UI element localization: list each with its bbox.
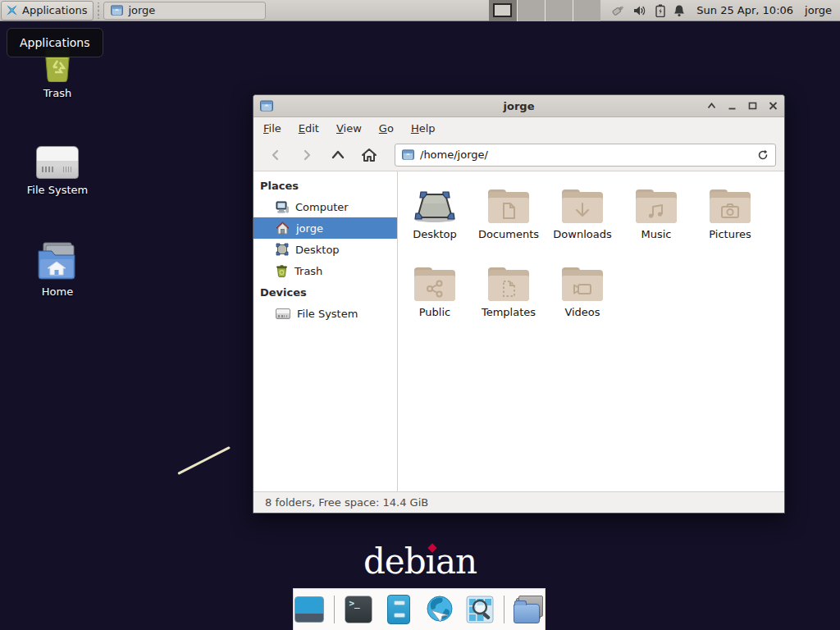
location-bar[interactable]: [395, 144, 776, 167]
folder-label: Public: [419, 306, 450, 318]
sidebar-item-desktop[interactable]: Desktop: [253, 239, 397, 260]
workspace-window-preview: [493, 3, 512, 17]
folder-item-videos[interactable]: Videos: [546, 261, 619, 339]
folder-icon: [709, 189, 751, 224]
terminal-icon: >_: [345, 596, 372, 623]
logo-text: deb: [363, 541, 426, 582]
reload-icon[interactable]: [757, 149, 769, 161]
folder-label: Videos: [564, 306, 600, 318]
folder-icon: [111, 5, 123, 16]
close-button[interactable]: [769, 102, 778, 110]
folder-label: Desktop: [413, 228, 457, 240]
top-panel: Applications jorge Sun 25 Apr, 10:06 jor…: [0, 0, 840, 21]
desktop-icon-label: File System: [27, 184, 88, 196]
sidebar: Places Computer jorge Desktop Trash Devi…: [253, 171, 398, 491]
applications-menu-button[interactable]: Applications: [1, 1, 94, 21]
folder-item-downloads[interactable]: Downloads: [546, 183, 619, 261]
maximize-button[interactable]: [748, 102, 757, 110]
download-arrow-glyph: [573, 201, 592, 221]
username[interactable]: jorge: [805, 4, 832, 16]
folder-item-desktop[interactable]: Desktop: [398, 183, 472, 261]
folder-label: Pictures: [709, 228, 751, 240]
taskbar-window-button[interactable]: jorge: [103, 2, 266, 20]
workspace-3[interactable]: [545, 0, 573, 21]
folders-icon: [514, 596, 545, 623]
dock-item-directory-menu[interactable]: [513, 593, 545, 626]
logo-text: an: [436, 541, 477, 582]
system-tray: [610, 4, 685, 17]
menu-file[interactable]: File: [263, 122, 281, 135]
dock-item-show-desktop[interactable]: [294, 593, 326, 626]
web-browser-icon: [424, 594, 455, 625]
folder-item-pictures[interactable]: Pictures: [693, 183, 767, 261]
logo-i: ı: [426, 541, 436, 582]
volume-icon[interactable]: [633, 5, 647, 16]
home-button[interactable]: [355, 143, 383, 167]
taskbar-window-label: jorge: [128, 4, 155, 16]
dock-separator: [504, 596, 504, 623]
shade-button[interactable]: [707, 102, 716, 110]
desktop-icon-label: Home: [42, 285, 73, 298]
path-input[interactable]: [420, 148, 751, 161]
desktop-icon-label: Trash: [43, 87, 71, 99]
folder-icon: [487, 267, 530, 302]
file-cabinet-icon: [387, 595, 410, 624]
folder-icon: [402, 149, 414, 160]
application-finder-icon: [465, 595, 495, 624]
toolbar: [253, 139, 784, 171]
folder-item-public[interactable]: Public: [398, 261, 472, 339]
share-glyph: [425, 279, 445, 299]
sidebar-item-file-system[interactable]: File System: [253, 303, 397, 324]
folder-item-music[interactable]: Music: [619, 183, 693, 261]
forward-button[interactable]: [293, 143, 321, 167]
desktop-icon-home[interactable]: Home: [15, 235, 100, 298]
window-icon: [260, 100, 273, 112]
folder-icon: [413, 267, 456, 302]
window-title: jorge: [253, 100, 784, 112]
folder-item-documents[interactable]: Documents: [472, 183, 546, 261]
network-icon[interactable]: [610, 4, 625, 17]
sidebar-item-trash[interactable]: Trash: [253, 260, 397, 281]
workspace-4[interactable]: [573, 0, 600, 21]
minimize-button[interactable]: [728, 102, 737, 110]
menu-view[interactable]: View: [336, 122, 362, 135]
folder-label: Music: [641, 228, 672, 240]
dock-item-file-manager[interactable]: [383, 593, 415, 626]
dock-item-application-finder[interactable]: [463, 593, 495, 626]
workspace-1[interactable]: [489, 0, 517, 21]
folder-icon: [561, 267, 604, 302]
back-button[interactable]: [262, 143, 290, 167]
show-desktop-icon: [294, 596, 324, 623]
sidebar-section-places: Places: [253, 175, 397, 196]
clock[interactable]: Sun 25 Apr, 10:06: [696, 4, 793, 16]
folder-icon: [561, 189, 604, 224]
desktop-icon-file-system[interactable]: File System: [15, 133, 100, 196]
sidebar-item-computer[interactable]: Computer: [253, 196, 397, 217]
dock-separator: [334, 596, 335, 623]
sidebar-item-label: Trash: [294, 265, 322, 277]
drive-icon: [36, 133, 79, 179]
menu-go[interactable]: Go: [379, 122, 394, 135]
sidebar-item-jorge[interactable]: jorge: [253, 217, 397, 239]
menubar: File Edit View Go Help: [253, 117, 784, 139]
desktop-icon: [276, 243, 289, 256]
battery-icon[interactable]: [655, 4, 665, 17]
cursor-trail-line: [177, 446, 231, 475]
panel-handle[interactable]: [95, 2, 102, 19]
notifications-icon[interactable]: [673, 4, 685, 17]
file-manager-window: jorge File Edit View Go Help Places: [253, 94, 785, 514]
workspace-2[interactable]: [517, 0, 545, 21]
video-camera-glyph: [572, 279, 593, 299]
dock-item-terminal[interactable]: >_: [343, 593, 375, 626]
menu-help[interactable]: Help: [411, 122, 436, 135]
workspace-switcher[interactable]: [489, 0, 600, 21]
statusbar: 8 folders, Free space: 14.4 GiB: [253, 491, 784, 513]
sidebar-item-label: Computer: [295, 201, 349, 213]
dock-item-web-browser[interactable]: [423, 593, 455, 626]
folder-item-templates[interactable]: Templates: [472, 261, 546, 339]
menu-edit[interactable]: Edit: [299, 122, 319, 135]
camera-glyph: [719, 201, 741, 221]
trash-icon: [276, 264, 288, 277]
titlebar[interactable]: jorge: [253, 95, 784, 117]
up-button[interactable]: [324, 143, 352, 167]
